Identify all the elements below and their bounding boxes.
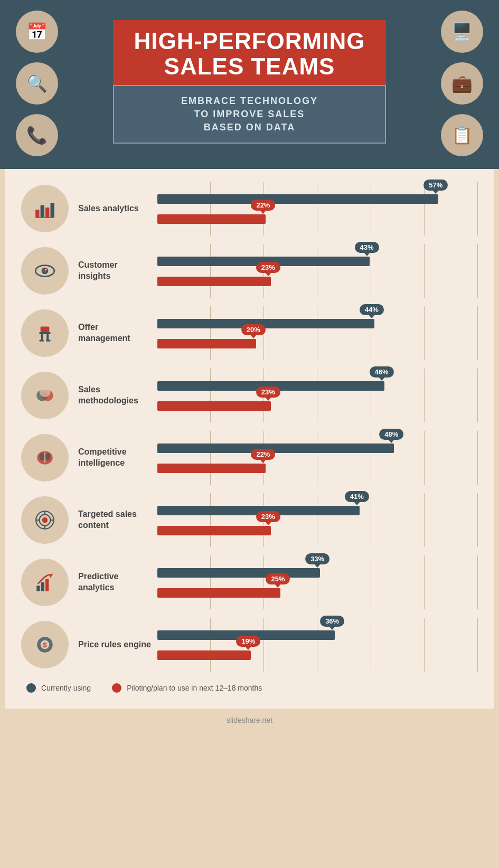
bar-area-4: 48% 22% bbox=[157, 435, 478, 480]
bar-red-4: 22% bbox=[157, 464, 266, 473]
legend-red-label: Piloting/plan to use in next 12–18 month… bbox=[127, 684, 262, 692]
bubble-dark-1: 43% bbox=[355, 242, 379, 253]
svg-rect-0 bbox=[35, 210, 39, 218]
bar-area-7: 36% 19% bbox=[157, 622, 478, 667]
svg-rect-13 bbox=[40, 340, 44, 342]
calendar-icon: 📅 bbox=[16, 11, 58, 53]
bar-row-dark-3: 46% bbox=[157, 381, 478, 394]
svg-marker-32 bbox=[49, 573, 53, 578]
briefcase-icon: 💼 bbox=[441, 62, 483, 105]
chart-row: Sales analytics 57% 22% bbox=[21, 185, 478, 232]
bar-area-3: 46% 23% bbox=[157, 373, 478, 418]
title-main: HIGH-PERFORMING SALES TEAMS bbox=[113, 20, 387, 85]
row-label-2: Offer management bbox=[78, 322, 152, 344]
header-icons-right: 🖥️ 💼 📋 bbox=[441, 11, 483, 156]
chart-row: Competitive intelligence 48% 22% bbox=[21, 434, 478, 482]
row-icon-1 bbox=[21, 247, 69, 295]
row-icon-3 bbox=[21, 372, 69, 419]
bubble-dark-2: 44% bbox=[360, 304, 384, 315]
bubble-red-6: 25% bbox=[266, 573, 290, 584]
row-label-7: Price rules engine bbox=[78, 639, 152, 650]
legend-dot-red bbox=[112, 683, 121, 693]
document-search-icon: 🔍 bbox=[16, 62, 58, 105]
bar-row-dark-2: 44% bbox=[157, 319, 478, 332]
bar-row-dark-5: 41% bbox=[157, 506, 478, 518]
bar-row-dark-1: 43% bbox=[157, 257, 478, 269]
bar-red-1: 23% bbox=[157, 277, 271, 286]
chart-row: Predictive analytics 33% 25% bbox=[21, 559, 478, 606]
row-icon-4 bbox=[21, 434, 69, 482]
bar-red-2: 20% bbox=[157, 339, 256, 348]
chart-row: Targeted sales content 41% 23% bbox=[21, 496, 478, 544]
bubble-red-3: 23% bbox=[256, 386, 280, 398]
svg-point-20 bbox=[45, 453, 51, 461]
bar-row-red-6: 25% bbox=[157, 588, 478, 598]
bar-red-6: 25% bbox=[157, 588, 280, 598]
bar-row-red-5: 23% bbox=[157, 526, 478, 535]
svg-rect-30 bbox=[41, 582, 44, 591]
bar-area-0: 57% 22% bbox=[157, 186, 478, 231]
footer: slideshare.net bbox=[0, 709, 499, 732]
bubble-dark-5: 41% bbox=[345, 491, 369, 502]
bubble-dark-6: 33% bbox=[305, 553, 329, 564]
bar-row-dark-4: 48% bbox=[157, 444, 478, 456]
bar-row-red-7: 19% bbox=[157, 650, 478, 660]
bar-dark-4: 48% bbox=[157, 444, 394, 453]
legend-piloting: Piloting/plan to use in next 12–18 month… bbox=[112, 683, 262, 693]
chart-row: Sales methodologies 46% 23% bbox=[21, 372, 478, 419]
bar-red-3: 23% bbox=[157, 401, 271, 411]
bar-red-5: 23% bbox=[157, 526, 271, 535]
row-label-0: Sales analytics bbox=[78, 203, 152, 214]
bar-row-red-2: 20% bbox=[157, 339, 478, 348]
bar-area-2: 44% 20% bbox=[157, 310, 478, 356]
row-icon-2 bbox=[21, 309, 69, 357]
svg-rect-10 bbox=[40, 332, 51, 334]
header: 📅 🔍 📞 HIGH-PERFORMING SALES TEAMS EMBRAC… bbox=[0, 0, 499, 169]
legend: Currently using Piloting/plan to use in … bbox=[21, 683, 478, 693]
bubble-dark-0: 57% bbox=[423, 180, 448, 191]
chart-container: Sales analytics 57% 22% bbox=[21, 185, 478, 668]
bar-red-7: 19% bbox=[157, 650, 251, 660]
svg-text:$: $ bbox=[43, 641, 46, 649]
svg-rect-9 bbox=[41, 326, 50, 332]
footer-text: slideshare.net bbox=[227, 716, 272, 724]
bubble-red-7: 19% bbox=[236, 636, 260, 647]
svg-rect-14 bbox=[46, 340, 50, 342]
svg-rect-3 bbox=[51, 203, 54, 218]
row-label-3: Sales methodologies bbox=[78, 384, 152, 407]
header-icons-left: 📅 🔍 📞 bbox=[16, 11, 58, 156]
bar-row-red-0: 22% bbox=[157, 214, 478, 224]
row-label-4: Competitive intelligence bbox=[78, 447, 152, 469]
row-icon-5 bbox=[21, 496, 69, 544]
svg-point-24 bbox=[42, 517, 48, 523]
row-label-5: Targeted sales content bbox=[78, 509, 152, 531]
bar-row-red-1: 23% bbox=[157, 277, 478, 286]
svg-point-8 bbox=[45, 269, 47, 271]
svg-rect-1 bbox=[41, 205, 44, 218]
bubble-red-5: 23% bbox=[256, 511, 280, 522]
phone-icon: 📞 bbox=[16, 114, 58, 156]
svg-rect-2 bbox=[45, 207, 49, 218]
network-icon: 🖥️ bbox=[441, 11, 483, 53]
main-content: Sales analytics 57% 22% bbox=[5, 169, 494, 709]
row-label-6: Predictive analytics bbox=[78, 571, 152, 593]
bar-dark-0: 57% bbox=[157, 194, 438, 204]
main-title: HIGH-PERFORMING SALES TEAMS bbox=[134, 29, 365, 80]
row-icon-0 bbox=[21, 185, 69, 232]
clipboard-icon: 📋 bbox=[441, 114, 483, 156]
bubble-red-0: 22% bbox=[251, 200, 275, 211]
bubble-red-4: 22% bbox=[251, 449, 275, 460]
svg-point-17 bbox=[40, 386, 51, 397]
svg-rect-31 bbox=[45, 579, 49, 591]
svg-point-19 bbox=[40, 453, 45, 461]
bubble-dark-7: 36% bbox=[320, 616, 344, 627]
bar-row-dark-0: 57% bbox=[157, 194, 478, 207]
svg-rect-29 bbox=[36, 586, 40, 591]
chart-row: Customer insights 43% 23% bbox=[21, 247, 478, 295]
bar-area-5: 41% 23% bbox=[157, 497, 478, 543]
subtitle-text: EMBRACE TECHNOLOGY TO IMPROVE SALES BASE… bbox=[135, 95, 364, 135]
bar-area-6: 33% 25% bbox=[157, 560, 478, 605]
bar-row-red-3: 23% bbox=[157, 401, 478, 411]
legend-dot-dark bbox=[26, 683, 36, 693]
bar-row-dark-7: 36% bbox=[157, 630, 478, 643]
